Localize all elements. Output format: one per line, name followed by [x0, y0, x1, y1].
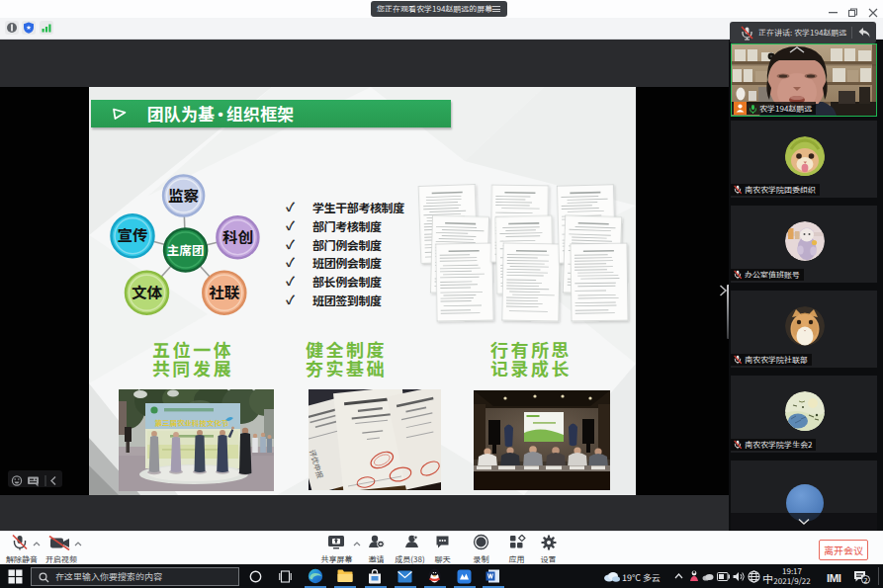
svg-text:第三届农业科技文化节: 第三届农业科技文化节: [155, 417, 229, 428]
